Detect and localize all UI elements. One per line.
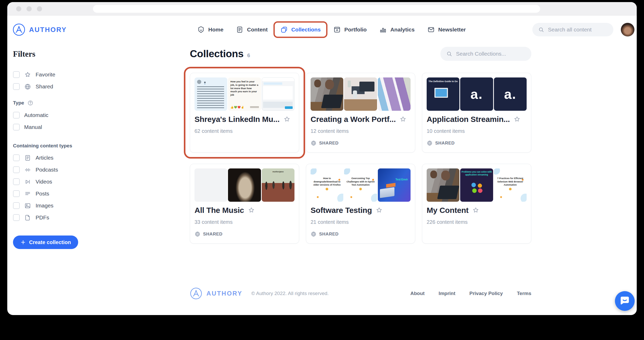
brand-name: AUTHORY (29, 26, 67, 34)
user-avatar[interactable] (621, 23, 635, 37)
help-icon[interactable] (27, 100, 33, 106)
window-maximize-button[interactable] (37, 6, 42, 11)
thumbnail-promo-light: How to downgrade/download to older versi… (311, 168, 343, 202)
nav-item-home[interactable]: Home (197, 26, 223, 34)
favorite-star-icon[interactable] (375, 207, 383, 214)
collection-card-creating-a-work-portf[interactable]: Creating a Work Portf...12 content items… (306, 73, 415, 153)
create-collection-button[interactable]: Create collection (13, 236, 78, 249)
collections-search[interactable] (440, 47, 531, 61)
card-title[interactable]: Software Testing (311, 206, 372, 215)
create-collection-label: Create collection (29, 239, 71, 245)
nav-item-analytics[interactable]: Analytics (379, 26, 414, 34)
card-title[interactable]: Creating a Work Portf... (311, 115, 396, 124)
shared-label: SHARED (319, 232, 339, 237)
filter-label: Posts (36, 191, 49, 197)
nav-item-newsletter[interactable]: Newsletter (427, 26, 466, 34)
card-title-row: Software Testing (311, 206, 411, 215)
thumbnail-promo-blue: Test Envir (378, 168, 411, 202)
nav-item-collections[interactable]: Collections (273, 21, 327, 38)
collections-search-input[interactable] (456, 51, 516, 57)
intercom-chat-button[interactable] (615, 291, 635, 311)
card-title[interactable]: All The Music (194, 206, 244, 215)
global-search[interactable] (532, 23, 613, 36)
checkbox-podcasts[interactable] (13, 166, 20, 173)
search-icon (538, 27, 544, 33)
checkbox-favorite[interactable] (13, 71, 20, 78)
card-title[interactable]: Application Streamin... (427, 115, 510, 124)
page-title-wrap: Collections 6 (190, 48, 250, 60)
collection-card-shreya-s-linkedin-mu[interactable]: How you feel in your job, is going to ma… (190, 73, 299, 153)
globe-icon (311, 231, 317, 237)
nav-item-label: Home (208, 27, 223, 33)
footer-link-terms[interactable]: Terms (517, 291, 531, 296)
shared-label: SHARED (203, 232, 223, 237)
thumbnail-photo-fashion (228, 168, 261, 202)
thumbnail-photo-women (427, 168, 459, 202)
footer-link-privacy-policy[interactable]: Privacy Policy (469, 291, 503, 296)
collection-card-my-content[interactable]: Problems you can solve with application … (422, 164, 531, 244)
card-title[interactable]: Shreya's LinkedIn Mu... (194, 115, 280, 124)
shared-badge: SHARED (427, 140, 527, 146)
nav-item-label: Portfolio (344, 27, 367, 33)
thumbnail-text: motherjane (262, 171, 294, 173)
filter-row-videos: Videos (13, 176, 190, 188)
card-item-count: 12 content items (311, 128, 411, 134)
filter-row-shared: Shared (13, 81, 190, 93)
video-icon (24, 178, 31, 185)
collection-card-software-testing[interactable]: How to downgrade/download to older versi… (306, 164, 415, 244)
checkbox-posts[interactable] (13, 190, 20, 197)
shared-label: SHARED (435, 141, 455, 146)
collection-card-application-streamin[interactable]: The Definitive Guide to Doa.a.Applicatio… (422, 73, 531, 153)
nav-item-content[interactable]: Content (236, 26, 267, 34)
favorite-star-icon[interactable] (399, 116, 407, 123)
app-body: Filters FavoriteShared Type AutomaticMan… (7, 44, 637, 305)
content-icon (236, 26, 244, 34)
checkbox-articles[interactable] (13, 154, 20, 161)
checkbox-manual[interactable] (13, 124, 20, 130)
page-title: Collections (190, 48, 244, 60)
filter-label: Images (36, 202, 53, 209)
type-filters: AutomaticManual (13, 109, 190, 133)
thumbnail-text: Overcoming Top Challenges with In-Sprint… (346, 177, 375, 187)
card-thumbnails: How you feel in your job, is going to ma… (194, 77, 294, 111)
thumbnail-linkedin-post (194, 77, 227, 111)
content-type-filters: ArticlesPodcastsVideosPostsImagesPDFs (13, 152, 190, 224)
card-thumbnails (311, 77, 411, 111)
checkbox-shared[interactable] (13, 83, 20, 90)
thumbnail-wireframes (378, 77, 411, 111)
checkbox-videos[interactable] (13, 178, 20, 185)
star-icon (24, 71, 31, 78)
plus-icon (20, 239, 26, 245)
card-thumbnails: motherjane (194, 168, 294, 202)
checkbox-pdfs[interactable] (13, 214, 20, 221)
analytics-icon (379, 26, 387, 34)
footer-link-about[interactable]: About (410, 291, 425, 296)
window-minimize-button[interactable] (26, 6, 32, 11)
main-head: Collections 6 (190, 47, 531, 61)
favorite-star-icon[interactable] (283, 116, 291, 123)
nav-item-portfolio[interactable]: Portfolio (333, 26, 367, 34)
nav-item-label: Newsletter (438, 27, 466, 33)
thumbnail-photo-women (311, 77, 343, 111)
checkbox-images[interactable] (13, 202, 20, 209)
favorite-star-icon[interactable] (513, 116, 521, 123)
content-types-section-label: Containing content types (13, 143, 190, 149)
checkbox-automatic[interactable] (13, 112, 20, 119)
window-close-button[interactable] (16, 6, 21, 11)
address-bar[interactable] (93, 5, 540, 13)
thumbnail-promo-light: 7 Practices for Efficient Selenium Web B… (494, 168, 527, 202)
filter-label: Manual (24, 124, 42, 130)
global-search-input[interactable] (548, 27, 608, 33)
favorite-star-icon[interactable] (472, 207, 479, 214)
newsletter-icon (427, 26, 435, 34)
footer-link-imprint[interactable]: Imprint (439, 291, 455, 296)
collection-card-all-the-music[interactable]: motherjaneAll The Music33 content itemsS… (190, 164, 299, 244)
card-title-row: Application Streamin... (427, 115, 527, 124)
nav-item-label: Analytics (390, 27, 414, 33)
card-title[interactable]: My Content (427, 206, 468, 215)
collections-icon (280, 26, 288, 34)
brand[interactable]: AUTHORY (12, 23, 67, 36)
card-thumbnails: Problems you can solve with application … (427, 168, 527, 202)
favorite-star-icon[interactable] (248, 207, 255, 214)
thumbnail-blank (194, 168, 227, 202)
